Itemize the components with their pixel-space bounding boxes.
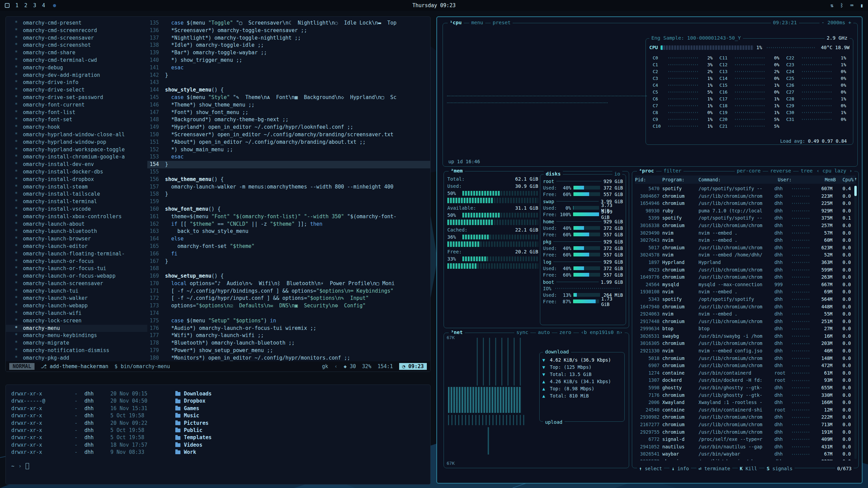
filetree-item[interactable]: *omarchy-drive-set-password (6, 94, 147, 101)
code-line[interactable]: 154} (147, 161, 430, 168)
code-line[interactable]: 170 local options="♪ Audio\n∿ Wifi\nᛒ Bl… (147, 280, 430, 288)
launcher-icon[interactable] (5, 3, 10, 8)
process-row[interactable]: 4923chromium/usr/lib/chromium/chromdhh59… (635, 266, 852, 274)
proc-footer-signals[interactable]: S signals (764, 466, 795, 471)
filetree-item[interactable]: *omarchy-launch-browser (6, 235, 147, 243)
proc-column-header[interactable]: Cpu% (838, 176, 856, 184)
proc-footer-Kill[interactable]: K Kill (738, 466, 759, 471)
process-row[interactable]: 3026531swaybg/usr/bin/swaybg -i /homdhh1… (635, 333, 852, 340)
filetree-item[interactable]: *omarchy-install-docker-dbs (6, 168, 147, 176)
tab-cpu[interactable]: ¹cpu (448, 20, 464, 25)
code-line[interactable]: 165 omarchy-font-set "$theme" (147, 243, 430, 250)
process-row[interactable]: 5399spotify/opt/spotify/spotify --dhh375… (635, 214, 852, 222)
process-row[interactable]: 6772signal-d/proc/self/exe --type=rdhh40… (635, 436, 852, 443)
filetree-item[interactable]: *omarchy-font-set (6, 116, 147, 124)
code-line[interactable]: 159 (147, 198, 430, 206)
code-line[interactable]: 145 case $(menu "Style" "✎ Theme\nᴀ Font… (147, 94, 430, 101)
process-row[interactable]: 1654946chromium/usr/lib/chromium/chromdh… (635, 200, 852, 207)
process-row[interactable]: 1649776chromium/usr/lib/chromium/chromdh… (635, 274, 852, 281)
filetree-item[interactable]: *omarchy-menu (6, 325, 147, 332)
code-line[interactable]: 143 (147, 79, 430, 86)
tab-proc[interactable]: ⁴proc (637, 168, 656, 173)
process-row[interactable]: 5470spotify/opt/spotify/spotify --dhh607… (635, 185, 852, 193)
proc-column-header[interactable]: User: (778, 176, 796, 184)
code-line[interactable]: 171 [ -f ~/.config/hypr/bindings.conf ] … (147, 288, 430, 295)
proc-tab-per-core[interactable]: per-core (735, 168, 763, 173)
tab-menu[interactable]: menu (469, 20, 485, 25)
process-row[interactable]: 3004667chromium/usr/lib/chromium/chromdh… (635, 193, 852, 200)
code-line[interactable]: 169show_setup_menu() { (147, 273, 430, 280)
filetree-item[interactable]: *omarchy-launch-walker (6, 295, 147, 302)
process-row[interactable]: 2006XwaylandXwayland :1 -rootless -dhh16… (635, 399, 852, 406)
code-line[interactable]: 150 *Screensaver*) open_in_editor ~/.con… (147, 131, 430, 139)
filetree-item[interactable]: *omarchy-launch-webapp (6, 302, 147, 310)
filetree-item[interactable]: *omarchy-hyprland-window-close-all (6, 131, 147, 139)
filetree-item[interactable]: *omarchy-font-list (6, 109, 147, 116)
code-line[interactable]: 162 if [[ "$theme" == "CNCLD" || -z "$th… (147, 221, 430, 228)
process-row[interactable]: 2167277chromium/usr/lib/chromium/chromdh… (635, 421, 852, 429)
filetree-item[interactable]: *omarchy-cmd-present (6, 19, 147, 27)
tab-mem[interactable]: ²mem (449, 168, 465, 173)
proc-column-header[interactable]: MemB (817, 176, 838, 184)
filetree-item[interactable]: *omarchy-install-dev-env (6, 161, 147, 168)
proc-tab-reverse[interactable]: reverse (768, 168, 793, 173)
code-line[interactable]: 160show_font_menu() { (147, 206, 430, 213)
tab-io[interactable]: io (612, 171, 622, 177)
filetree-item[interactable]: *omarchy-drive-select (6, 86, 147, 94)
filetree-item[interactable]: *omarchy-launch-screensaver (6, 280, 147, 288)
code-line[interactable]: 180 *Monitors*) open_in_editor ~/.config… (147, 354, 430, 361)
battery-icon[interactable]: ▮ (860, 2, 863, 9)
process-row[interactable]: 2924063nvimnvim --embed .dhh55M0.0 (635, 310, 852, 318)
filetree-item[interactable]: *omarchy-install-steam (6, 183, 147, 191)
filetree-item[interactable]: *omarchy-dev-add-migration (6, 72, 147, 79)
filetree-item[interactable]: *omarchy-cmd-screenrecord (6, 27, 147, 34)
process-row[interactable]: 2921330nvimnvim --embed config.jsodhh46M… (635, 347, 852, 355)
tab-disks[interactable]: disks (544, 171, 563, 177)
refresh-interval[interactable]: - 2000ms + (819, 20, 853, 25)
process-row[interactable]: 1930108nvimnvim --embed .dhh69M0.0 (635, 288, 852, 296)
code-line[interactable]: 175 case $(menu "Setup" "$options") in (147, 317, 430, 325)
filetree-item[interactable]: *omarchy-menu-keybindings (6, 332, 147, 339)
filetree-item[interactable]: *omarchy-cmd-terminal-cwd (6, 57, 147, 64)
proc-scrollbar-thumb[interactable] (854, 186, 857, 196)
filetree-item[interactable]: *omarchy-install-chromium-google-a (6, 153, 147, 161)
filetree-item[interactable]: *omarchy-debug (6, 64, 147, 72)
proc-sort[interactable]: ‹ cpu lazy › (814, 168, 854, 173)
tab-filter[interactable]: filter (662, 168, 683, 173)
process-row[interactable]: 3027643nvimnvim --embed .dhh60M0.0 (635, 237, 852, 244)
process-row[interactable]: 3029490nvimnvim --embed .dhh57M0.0 (635, 229, 852, 237)
workspace-button[interactable]: 4 (42, 2, 45, 9)
filetree-item[interactable]: *omarchy-install-xbox-controllers (6, 213, 147, 221)
filetree-item[interactable]: *omarchy-cmd-share (6, 49, 147, 57)
filetree-item[interactable]: *omarchy-pkg-add (6, 354, 147, 361)
process-row[interactable]: 1897HyprlandHyprlanddhh363M0.0 (635, 259, 852, 266)
filetree-item[interactable]: *omarchy-install-dropbox (6, 176, 147, 183)
workspace-button[interactable]: 3 (33, 2, 36, 9)
code-line[interactable]: 167} (147, 258, 430, 265)
tab-net[interactable]: ³net (449, 330, 465, 335)
proc-footer-info[interactable]: ↓ info (669, 466, 691, 471)
filetree-item[interactable]: *omarchy-launch-floating-terminal- (6, 250, 147, 258)
process-row[interactable]: 5343spotify/opt/spotify/spotifydhh564M0.… (635, 296, 852, 303)
process-row[interactable]: 2929755chromium/usr/lib/chromium/chromdh… (635, 429, 852, 436)
filetree-item[interactable]: *omarchy-install-tailscale (6, 191, 147, 198)
filetree-item[interactable]: *omarchy-launch-or-focus-webapp (6, 273, 147, 280)
code-line[interactable]: 144show_style_menu() { (147, 86, 430, 94)
code-line[interactable]: 164 else (147, 235, 430, 243)
code-line[interactable]: 151 *About*) open_in_editor ~/.config/om… (147, 139, 430, 146)
net-tab-zero[interactable]: zero (557, 330, 573, 335)
code-line[interactable]: 168 (147, 265, 430, 273)
shell-prompt[interactable]: ~ › (11, 463, 430, 469)
code-line[interactable]: 163 back_to show_style_menu (147, 228, 430, 235)
process-row[interactable]: 1307dockerd/usr/bin/dockerd -H fd:root93… (635, 377, 852, 384)
code-line[interactable]: 153 esac (147, 153, 430, 161)
process-row[interactable]: 3016338chromium/usr/lib/chromium/chromdh… (635, 222, 852, 229)
process-row[interactable]: 2999634btopbtopdhh27M0.0 (635, 325, 852, 333)
process-row[interactable]: 2935572chromium/usr/lib/chromium/chromdh… (635, 458, 852, 460)
proc-footer-select[interactable]: ↑ select (637, 466, 664, 471)
process-row[interactable]: 5018chromium/usr/lib/chromium/chromdhh14… (635, 355, 852, 362)
bluetooth-icon[interactable]: ᛒ (840, 2, 843, 9)
process-row[interactable]: 2930982chromium/usr/lib/chromium/chromdh… (635, 414, 852, 421)
code-line[interactable]: 176 *Audio*) omarchy-launch-or-focus-tui… (147, 325, 430, 332)
filetree-item[interactable]: *omarchy-launch-bluetooth (6, 228, 147, 235)
